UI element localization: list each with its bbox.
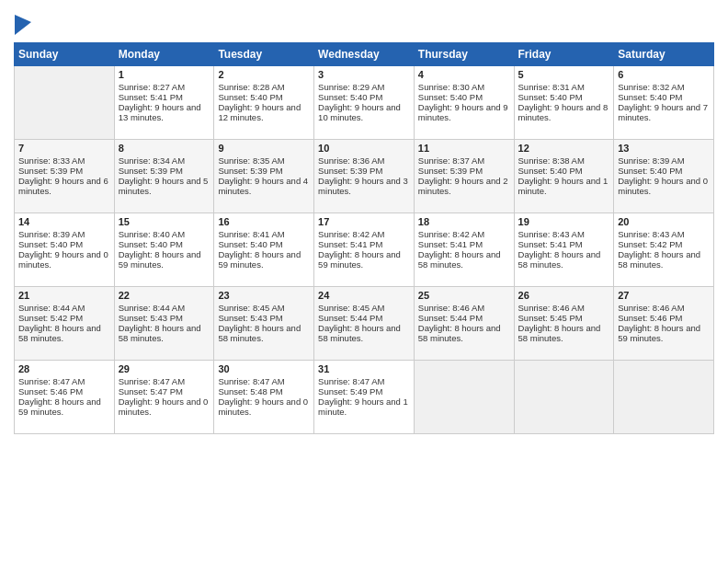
calendar-cell: 15Sunrise: 8:40 AMSunset: 5:40 PMDayligh… — [114, 213, 214, 287]
day-number: 28 — [18, 363, 110, 374]
day-number: 16 — [218, 216, 310, 227]
sunset-text: Sunset: 5:40 PM — [618, 166, 710, 176]
sunset-text: Sunset: 5:40 PM — [218, 92, 310, 102]
sunset-text: Sunset: 5:45 PM — [518, 313, 610, 323]
calendar-cell: 20Sunrise: 8:43 AMSunset: 5:42 PMDayligh… — [614, 213, 714, 287]
day-number: 26 — [518, 290, 610, 301]
calendar-cell: 19Sunrise: 8:43 AMSunset: 5:41 PMDayligh… — [514, 213, 614, 287]
sunset-text: Sunset: 5:41 PM — [518, 239, 610, 249]
calendar-cell: 14Sunrise: 8:39 AMSunset: 5:40 PMDayligh… — [15, 213, 115, 287]
header-day-wednesday: Wednesday — [314, 43, 415, 66]
daylight-text: Daylight: 9 hours and 13 minutes. — [119, 102, 210, 122]
sunrise-text: Sunrise: 8:45 AM — [218, 303, 310, 313]
calendar-cell — [414, 361, 514, 434]
daylight-text: Daylight: 9 hours and 1 minute. — [518, 176, 610, 196]
calendar-cell: 28Sunrise: 8:47 AMSunset: 5:46 PMDayligh… — [15, 361, 115, 434]
daylight-text: Daylight: 9 hours and 1 minute. — [318, 396, 410, 417]
sunrise-text: Sunrise: 8:46 AM — [518, 303, 610, 313]
day-number: 15 — [119, 216, 210, 227]
day-number: 23 — [218, 290, 310, 301]
sunrise-text: Sunrise: 8:28 AM — [218, 82, 310, 92]
day-number: 2 — [218, 69, 310, 80]
calendar-cell: 7Sunrise: 8:33 AMSunset: 5:39 PMDaylight… — [15, 140, 115, 213]
sunrise-text: Sunrise: 8:47 AM — [119, 376, 210, 386]
daylight-text: Daylight: 9 hours and 0 minutes. — [18, 249, 110, 270]
sunrise-text: Sunrise: 8:45 AM — [318, 303, 410, 313]
day-number: 29 — [119, 363, 210, 374]
day-number: 22 — [119, 290, 210, 301]
calendar-cell: 29Sunrise: 8:47 AMSunset: 5:47 PMDayligh… — [114, 361, 214, 434]
calendar-cell: 23Sunrise: 8:45 AMSunset: 5:43 PMDayligh… — [214, 287, 314, 361]
day-number: 18 — [418, 216, 510, 227]
daylight-text: Daylight: 9 hours and 7 minutes. — [618, 102, 710, 122]
sunset-text: Sunset: 5:40 PM — [518, 92, 610, 102]
day-number: 8 — [119, 143, 210, 154]
daylight-text: Daylight: 9 hours and 5 minutes. — [119, 176, 210, 196]
day-number: 17 — [318, 216, 410, 227]
daylight-text: Daylight: 9 hours and 6 minutes. — [18, 176, 110, 196]
sunset-text: Sunset: 5:42 PM — [18, 313, 110, 323]
day-number: 14 — [18, 216, 110, 227]
day-number: 21 — [18, 290, 110, 301]
day-number: 11 — [418, 143, 510, 154]
sunrise-text: Sunrise: 8:42 AM — [318, 229, 410, 239]
sunrise-text: Sunrise: 8:43 AM — [518, 229, 610, 239]
sunset-text: Sunset: 5:39 PM — [418, 166, 510, 176]
day-number: 9 — [218, 143, 310, 154]
sunset-text: Sunset: 5:40 PM — [218, 239, 310, 249]
sunset-text: Sunset: 5:40 PM — [318, 92, 410, 102]
week-row-3: 21Sunrise: 8:44 AMSunset: 5:42 PMDayligh… — [15, 287, 714, 361]
calendar-cell: 5Sunrise: 8:31 AMSunset: 5:40 PMDaylight… — [514, 66, 614, 140]
daylight-text: Daylight: 9 hours and 10 minutes. — [318, 102, 410, 122]
calendar-cell — [614, 361, 714, 434]
calendar-cell: 26Sunrise: 8:46 AMSunset: 5:45 PMDayligh… — [514, 287, 614, 361]
sunset-text: Sunset: 5:48 PM — [218, 386, 310, 396]
day-number: 12 — [518, 143, 610, 154]
daylight-text: Daylight: 8 hours and 58 minutes. — [119, 323, 210, 343]
sunrise-text: Sunrise: 8:32 AM — [618, 82, 710, 92]
sunset-text: Sunset: 5:40 PM — [618, 92, 710, 102]
calendar-cell: 22Sunrise: 8:44 AMSunset: 5:43 PMDayligh… — [114, 287, 214, 361]
logo-icon — [15, 15, 31, 35]
week-row-4: 28Sunrise: 8:47 AMSunset: 5:46 PMDayligh… — [15, 361, 714, 434]
sunrise-text: Sunrise: 8:44 AM — [119, 303, 210, 313]
daylight-text: Daylight: 8 hours and 58 minutes. — [218, 323, 310, 343]
daylight-text: Daylight: 8 hours and 58 minutes. — [518, 249, 610, 270]
sunrise-text: Sunrise: 8:34 AM — [119, 155, 210, 166]
sunset-text: Sunset: 5:39 PM — [18, 166, 110, 176]
sunrise-text: Sunrise: 8:39 AM — [18, 229, 110, 239]
daylight-text: Daylight: 8 hours and 58 minutes. — [418, 249, 510, 270]
sunrise-text: Sunrise: 8:47 AM — [318, 376, 410, 386]
sunrise-text: Sunrise: 8:36 AM — [318, 155, 410, 166]
sunset-text: Sunset: 5:40 PM — [518, 166, 610, 176]
sunrise-text: Sunrise: 8:29 AM — [318, 82, 410, 92]
sunset-text: Sunset: 5:39 PM — [119, 166, 210, 176]
sunrise-text: Sunrise: 8:37 AM — [418, 155, 510, 166]
sunrise-text: Sunrise: 8:41 AM — [218, 229, 310, 239]
daylight-text: Daylight: 9 hours and 4 minutes. — [218, 176, 310, 196]
daylight-text: Daylight: 9 hours and 0 minutes. — [618, 176, 710, 196]
day-number: 7 — [18, 143, 110, 154]
sunrise-text: Sunrise: 8:39 AM — [618, 155, 710, 166]
calendar-cell: 9Sunrise: 8:35 AMSunset: 5:39 PMDaylight… — [214, 140, 314, 213]
header-day-thursday: Thursday — [414, 43, 514, 66]
sunset-text: Sunset: 5:47 PM — [119, 386, 210, 396]
day-number: 25 — [418, 290, 510, 301]
day-number: 30 — [218, 363, 310, 374]
daylight-text: Daylight: 8 hours and 58 minutes. — [518, 323, 610, 343]
header-day-sunday: Sunday — [15, 43, 115, 66]
sunrise-text: Sunrise: 8:30 AM — [418, 82, 510, 92]
calendar-cell: 4Sunrise: 8:30 AMSunset: 5:40 PMDaylight… — [414, 66, 514, 140]
sunset-text: Sunset: 5:43 PM — [119, 313, 210, 323]
sunrise-text: Sunrise: 8:38 AM — [518, 155, 610, 166]
sunset-text: Sunset: 5:39 PM — [218, 166, 310, 176]
daylight-text: Daylight: 8 hours and 58 minutes. — [318, 323, 410, 343]
day-number: 19 — [518, 216, 610, 227]
sunset-text: Sunset: 5:41 PM — [318, 239, 410, 249]
sunrise-text: Sunrise: 8:42 AM — [418, 229, 510, 239]
sunset-text: Sunset: 5:43 PM — [218, 313, 310, 323]
daylight-text: Daylight: 8 hours and 58 minutes. — [418, 323, 510, 343]
calendar-header: SundayMondayTuesdayWednesdayThursdayFrid… — [15, 43, 714, 66]
day-number: 1 — [119, 69, 210, 80]
sunset-text: Sunset: 5:49 PM — [318, 386, 410, 396]
